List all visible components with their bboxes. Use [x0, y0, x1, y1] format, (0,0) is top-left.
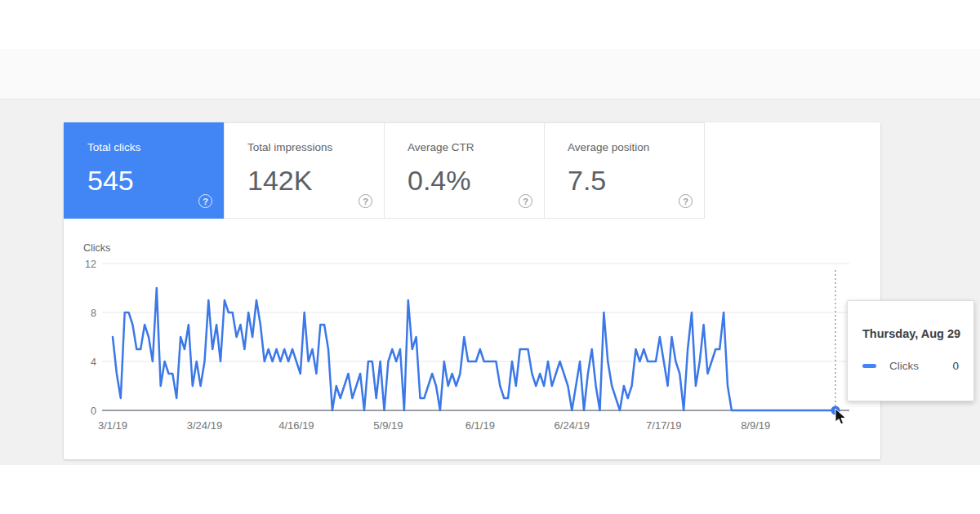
metric-card-average-ctr[interactable]: Average CTR 0.4% ? — [384, 122, 545, 219]
tooltip-series-name: Clicks — [889, 360, 919, 372]
help-icon[interactable]: ? — [519, 194, 532, 208]
tooltip-series-row: Clicks 0 — [862, 360, 959, 372]
metric-value: 0.4% — [408, 165, 544, 197]
svg-text:6/24/19: 6/24/19 — [555, 419, 590, 432]
y-axis-title: Clicks — [83, 242, 110, 254]
clicks-series-line — [113, 288, 835, 410]
help-icon[interactable]: ? — [198, 194, 212, 208]
svg-text:8: 8 — [91, 308, 96, 319]
filter-bar: Search type: Web ✎ Date: Mar 1, 2019-Aug… — [0, 49, 980, 100]
svg-text:3/1/19: 3/1/19 — [98, 419, 127, 432]
clicks-line-chart[interactable]: 04812Clicks3/1/193/24/194/16/195/9/196/1… — [74, 238, 882, 442]
clicks-chart-area[interactable]: 04812Clicks3/1/193/24/194/16/195/9/196/1… — [74, 238, 882, 442]
chart-hover-tooltip: Thursday, Aug 29 Clicks 0 — [847, 300, 974, 401]
metric-card-total-clicks[interactable]: Total clicks 545 ? — [64, 122, 225, 219]
help-icon[interactable]: ? — [359, 194, 372, 208]
metric-label: Average CTR — [408, 141, 544, 153]
metric-value: 7.5 — [568, 165, 704, 197]
svg-text:8/9/19: 8/9/19 — [741, 419, 770, 432]
svg-text:0: 0 — [91, 405, 96, 417]
metric-label: Average position — [568, 141, 704, 153]
search-console-performance-page: Search type: Web ✎ Date: Mar 1, 2019-Aug… — [0, 0, 980, 514]
svg-text:6/1/19: 6/1/19 — [466, 419, 495, 432]
svg-text:4/16/19: 4/16/19 — [278, 419, 314, 432]
x-axis-tick-labels: 3/1/193/24/194/16/195/9/196/1/196/24/197… — [98, 419, 770, 432]
metric-value: 142K — [247, 165, 384, 197]
metric-cards-row: Total clicks 545 ? Total impressions 142… — [64, 122, 704, 219]
metric-label: Total impressions — [247, 141, 384, 153]
help-icon[interactable]: ? — [679, 194, 693, 208]
tooltip-series-value: 0 — [952, 360, 959, 372]
svg-text:12: 12 — [85, 259, 96, 270]
svg-text:3/24/19: 3/24/19 — [187, 419, 222, 432]
y-axis-tick-labels: 04812 — [85, 259, 96, 417]
svg-text:7/17/19: 7/17/19 — [646, 419, 681, 432]
mouse-cursor-icon — [835, 409, 851, 427]
svg-text:4: 4 — [91, 357, 96, 368]
tooltip-date: Thursday, Aug 29 — [862, 327, 959, 340]
performance-report-card: Total clicks 545 ? Total impressions 142… — [64, 122, 880, 459]
metric-value: 545 — [87, 165, 224, 197]
metric-card-total-impressions[interactable]: Total impressions 142K ? — [224, 122, 385, 219]
metric-card-average-position[interactable]: Average position 7.5 ? — [544, 122, 705, 219]
series-legend-dash-icon — [862, 364, 876, 368]
metric-label: Total clicks — [87, 141, 224, 153]
svg-text:5/9/19: 5/9/19 — [373, 419, 403, 432]
